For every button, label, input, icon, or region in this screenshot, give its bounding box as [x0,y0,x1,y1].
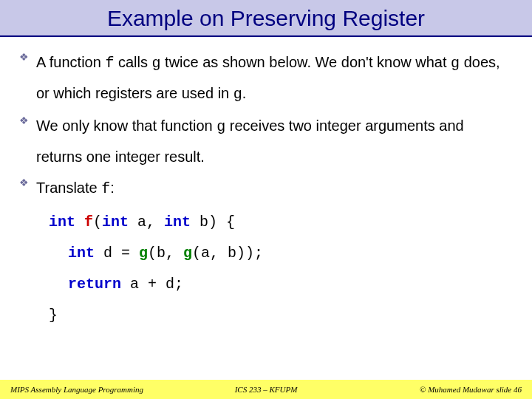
diamond-bullet-icon: ❖ [19,177,29,188]
code-line: int f(int a, int b) { [49,207,513,238]
code-line: } [49,300,513,331]
bullet-2: ❖ We only know that function g receives … [19,111,513,171]
code-line: int d = g(b, g(a, b)); [68,238,513,269]
footer-center: ICS 233 – KFUPM [235,385,298,394]
bullet-text: Translate f: [36,173,115,204]
bullet-3: ❖ Translate f: [19,173,513,204]
code-block: int f(int a, int b) { int d = g(b, g(a, … [49,207,513,331]
bullet-text: A function f calls g twice as shown belo… [36,47,513,109]
slide-footer: MIPS Assembly Language Programming ICS 2… [0,380,532,399]
diamond-bullet-icon: ❖ [19,51,29,63]
slide-title: Example on Preserving Register [0,6,532,31]
footer-right: © Muhamed Mudawar slide 46 [420,385,532,394]
bullet-1: ❖ A function f calls g twice as shown be… [19,47,513,109]
footer-left: MIPS Assembly Language Programming [0,385,143,394]
diamond-bullet-icon: ❖ [19,115,29,126]
code-line: return a + d; [68,269,513,300]
title-bar: Example on Preserving Register [0,0,532,37]
bullet-text: We only know that function g receives tw… [36,111,513,171]
slide-content: ❖ A function f calls g twice as shown be… [0,37,532,331]
